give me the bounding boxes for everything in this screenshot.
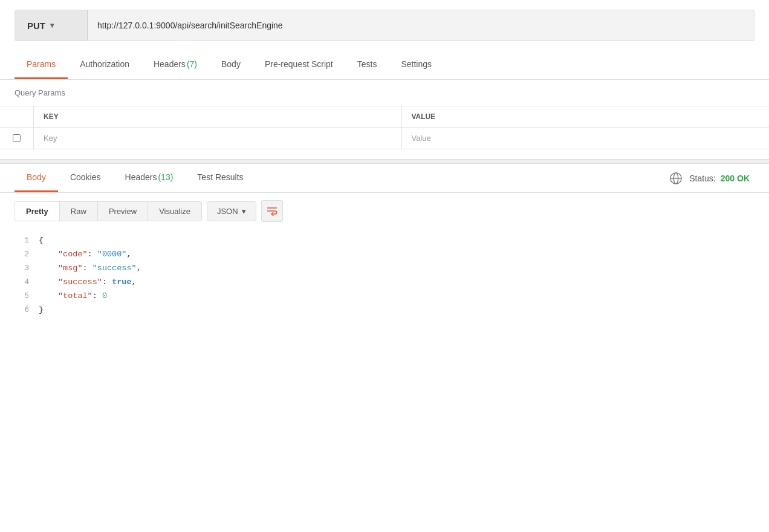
- tab-headers[interactable]: Headers(7): [141, 51, 209, 79]
- response-headers-badge: (13): [158, 172, 173, 182]
- response-tabs-bar: Body Cookies Headers(13) Test Results St…: [0, 164, 769, 193]
- wrap-lines-button[interactable]: [261, 200, 283, 222]
- tab-settings[interactable]: Settings: [389, 51, 444, 79]
- col-check-header: [0, 106, 34, 127]
- format-tab-raw[interactable]: Raw: [60, 202, 98, 221]
- globe-icon: [667, 170, 684, 187]
- table-header: KEY VALUE: [0, 106, 769, 128]
- tab-params[interactable]: Params: [15, 51, 68, 79]
- status-area: Status: 200 OK: [667, 170, 754, 187]
- format-tab-visualize[interactable]: Visualize: [148, 202, 201, 221]
- json-format-dropdown[interactable]: JSON ▾: [207, 201, 256, 221]
- url-bar: PUT ▾: [15, 10, 754, 41]
- col-key-header: KEY: [34, 106, 402, 127]
- col-value-header: VALUE: [402, 106, 770, 127]
- tab-body[interactable]: Body: [209, 51, 253, 79]
- format-tab-preview[interactable]: Preview: [98, 202, 148, 221]
- row-checkbox[interactable]: [0, 128, 34, 149]
- section-divider: [0, 159, 769, 164]
- params-table: KEY VALUE Key Value: [0, 106, 769, 149]
- code-line-6: 6 }: [15, 303, 754, 317]
- json-chevron-icon: ▾: [242, 207, 246, 216]
- code-line-1: 1 {: [15, 234, 754, 248]
- status-label: Status:: [689, 174, 716, 183]
- status-code: 200 OK: [721, 174, 750, 183]
- response-tab-cookies[interactable]: Cookies: [58, 164, 113, 192]
- tab-authorization[interactable]: Authorization: [68, 51, 141, 79]
- code-line-3: 3 "msg": "success",: [15, 262, 754, 276]
- response-toolbar: Pretty Raw Preview Visualize JSON ▾: [0, 193, 769, 229]
- table-row: Key Value: [0, 128, 769, 149]
- headers-badge: (7): [187, 59, 197, 69]
- tab-tests[interactable]: Tests: [345, 51, 389, 79]
- checkbox-input[interactable]: [13, 134, 21, 142]
- response-tab-body[interactable]: Body: [15, 164, 58, 192]
- method-label: PUT: [27, 21, 45, 31]
- value-cell[interactable]: Value: [402, 128, 770, 149]
- json-code-block: 1 { 2 "code": "0000", 3 "msg": "success"…: [0, 229, 769, 332]
- code-line-4: 4 "success": true,: [15, 276, 754, 290]
- chevron-down-icon: ▾: [50, 21, 54, 30]
- code-line-2: 2 "code": "0000",: [15, 248, 754, 262]
- method-dropdown[interactable]: PUT ▾: [15, 10, 88, 41]
- response-tab-headers[interactable]: Headers(13): [113, 164, 186, 192]
- query-params-label: Query Params: [0, 80, 769, 106]
- response-tab-testresults[interactable]: Test Results: [185, 164, 255, 192]
- format-tab-pretty[interactable]: Pretty: [15, 202, 60, 221]
- url-input[interactable]: [88, 21, 754, 30]
- tab-prerequest[interactable]: Pre-request Script: [253, 51, 345, 79]
- format-tabs: Pretty Raw Preview Visualize: [15, 201, 202, 221]
- key-cell[interactable]: Key: [34, 128, 402, 149]
- request-tabs-bar: Params Authorization Headers(7) Body Pre…: [0, 51, 769, 80]
- code-line-5: 5 "total": 0: [15, 290, 754, 303]
